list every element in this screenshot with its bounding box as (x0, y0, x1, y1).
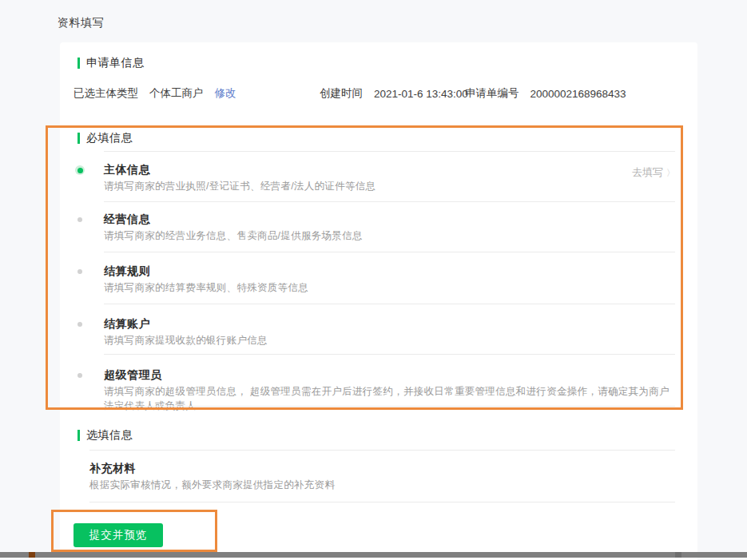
bottom-edge-mark (29, 552, 35, 558)
section-title: 申请单信息 (86, 56, 145, 70)
step-desc: 请填写商家提现收款的银行账户信息 (104, 333, 675, 348)
optional-item-desc: 根据实际审核情况，额外要求商家提供指定的补充资料 (89, 478, 675, 492)
optional-item-supplementary: 补充材料 根据实际审核情况，额外要求商家提供指定的补充资料 (89, 460, 675, 492)
step-desc: 请填写商家的营业执照/登记证书、经营者/法人的证件等信息 (104, 179, 675, 193)
application-no-label: 申请单编号 (465, 86, 519, 101)
chevron-right-icon: 〉 (666, 167, 675, 179)
section-accent-bar (77, 430, 80, 441)
section-optional-info: 选填信息 (77, 428, 133, 443)
step-todo-dot-icon (75, 215, 85, 224)
subject-type-value: 个体工商户 (149, 86, 204, 101)
divider (104, 354, 675, 355)
divider (104, 304, 675, 304)
section-application-info: 申请单信息 (77, 56, 145, 70)
step-title: 结算账户 (104, 316, 675, 332)
section-accent-bar (77, 58, 80, 69)
created-time-value: 2021-01-6 13:43:00 (374, 88, 468, 100)
bottom-window-edge (0, 552, 747, 558)
go-fill-label: 去填写 (632, 165, 663, 180)
created-time-label: 创建时间 (320, 86, 363, 101)
section-accent-bar (77, 133, 80, 144)
divider (104, 406, 675, 407)
form-card: 申请单信息 已选主体类型 个体工商户 修改 创建时间 2021-01-6 13:… (60, 42, 697, 560)
step-title: 结算规则 (104, 263, 675, 279)
step-settlement-rules: 结算规则 请填写商家的结算费率规则、特殊资质等信息 (60, 263, 675, 295)
section-required-info: 必填信息 (77, 131, 133, 145)
subject-type-label: 已选主体类型 (74, 86, 138, 101)
application-no-group: 申请单编号 2000002168968433 (465, 86, 626, 101)
step-title: 经营信息 (104, 211, 675, 227)
section-title: 选填信息 (86, 428, 133, 443)
step-todo-dot-icon (75, 320, 85, 329)
divider (89, 502, 675, 502)
step-current-dot-icon (75, 165, 85, 175)
step-desc: 请填写商家的超级管理员信息， 超级管理员需在开户后进行签约，并接收日常重要管理信… (104, 384, 675, 413)
divider (104, 151, 675, 152)
step-todo-dot-icon (75, 371, 85, 380)
step-todo-dot-icon (75, 267, 85, 276)
step-title: 超级管理员 (104, 367, 675, 383)
application-no-value: 2000002168968433 (530, 88, 626, 100)
submit-preview-button[interactable]: 提交并预览 (74, 523, 163, 547)
step-title: 主体信息 (104, 161, 675, 177)
bottom-edge-mark (675, 552, 681, 558)
section-title: 必填信息 (86, 131, 133, 145)
subject-type-group: 已选主体类型 个体工商户 修改 (74, 86, 236, 101)
step-desc: 请填写商家的结算费率规则、特殊资质等信息 (104, 280, 675, 295)
divider (104, 252, 675, 252)
optional-item-title: 补充材料 (89, 460, 675, 476)
step-business-info: 经营信息 请填写商家的经营业务信息、售卖商品/提供服务场景信息 (60, 211, 675, 243)
go-fill-link[interactable]: 去填写 〉 (632, 165, 675, 180)
divider (104, 201, 675, 202)
application-meta-row: 已选主体类型 个体工商户 修改 创建时间 2021-01-6 13:43:00 … (60, 86, 697, 101)
step-settlement-account: 结算账户 请填写商家提现收款的银行账户信息 (60, 316, 675, 348)
created-time-group: 创建时间 2021-01-6 13:43:00 (320, 86, 468, 101)
step-subject-info: 主体信息 请填写商家的营业执照/登记证书、经营者/法人的证件等信息 去填写 〉 (60, 161, 675, 193)
step-desc: 请填写商家的经营业务信息、售卖商品/提供服务场景信息 (104, 228, 675, 243)
modify-link[interactable]: 修改 (215, 86, 236, 101)
page-title: 资料填写 (58, 16, 104, 30)
divider (89, 450, 675, 451)
